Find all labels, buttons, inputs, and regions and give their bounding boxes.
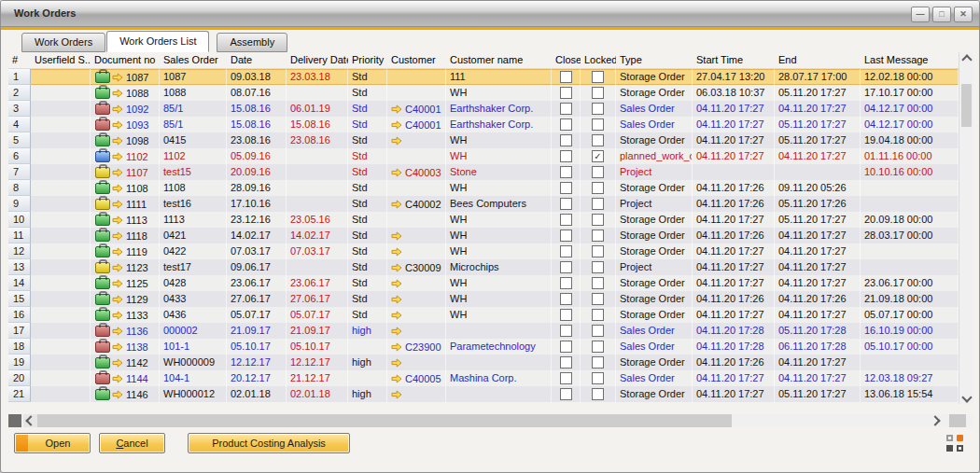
row-number[interactable]: 2 (8, 85, 31, 101)
row-number[interactable]: 10 (8, 212, 31, 228)
closed-checkbox[interactable] (560, 293, 572, 305)
link-arrow-icon[interactable] (112, 104, 123, 114)
link-arrow-icon[interactable] (391, 231, 402, 241)
closed-checkbox[interactable] (560, 198, 572, 210)
row-number[interactable]: 16 (8, 307, 31, 323)
link-arrow-icon[interactable] (391, 168, 402, 177)
work-order-row[interactable]: 111118042114.02.1714.02.17StdWHStorage O… (8, 228, 973, 243)
titlebar[interactable]: Work Orders — □ ✕ (1, 1, 979, 27)
closed-checkbox[interactable] (560, 214, 572, 226)
column-header-locked[interactable]: Locked (581, 52, 616, 68)
column-header-start-time[interactable]: Start Time (693, 52, 775, 68)
work-order-row[interactable]: 201144104-120.12.1721.12.17C40005Mashina… (8, 370, 973, 386)
link-arrow-icon[interactable] (391, 311, 402, 320)
vertical-scrollbar-thumb[interactable] (961, 84, 972, 127)
link-arrow-icon[interactable] (391, 390, 402, 399)
scroll-down-button[interactable] (959, 390, 974, 404)
link-arrow-icon[interactable] (112, 216, 123, 225)
row-number[interactable]: 14 (8, 275, 31, 291)
link-arrow-icon[interactable] (112, 358, 123, 368)
link-arrow-icon[interactable] (112, 390, 123, 399)
tab-work-orders[interactable]: Work Orders (21, 33, 105, 52)
work-order-row[interactable]: 21088108808.07.16StdWHStorage Order06.03… (8, 85, 973, 101)
column-header-userfield-s-[interactable]: Userfield S... (31, 52, 91, 68)
locked-checkbox[interactable] (592, 87, 604, 99)
tab-work-orders-list[interactable]: Work Orders List (106, 31, 209, 52)
row-number[interactable]: 12 (8, 243, 31, 259)
row-number[interactable]: 5 (8, 132, 31, 148)
work-order-row[interactable]: 151129043327.06.1727.06.17StdWHStorage O… (8, 291, 973, 307)
row-number[interactable]: 21 (8, 386, 31, 402)
locked-checkbox[interactable] (592, 245, 604, 257)
column-header-customer[interactable]: Customer (387, 52, 446, 68)
closed-checkbox[interactable] (560, 150, 572, 162)
closed-checkbox[interactable] (560, 166, 572, 178)
work-order-row[interactable]: 161133043605.07.1705.07.17StdWHStorage O… (8, 307, 973, 323)
work-order-row[interactable]: 131123test1709.06.17StdC30009MicrochipsP… (8, 259, 973, 275)
locked-checkbox[interactable] (592, 372, 604, 384)
closed-checkbox[interactable] (560, 277, 572, 289)
link-arrow-icon[interactable] (391, 327, 402, 336)
locked-checkbox[interactable] (592, 230, 604, 242)
link-arrow-icon[interactable] (112, 73, 123, 82)
column-header-document-no[interactable]: Document no (91, 52, 160, 68)
column-header-delivery-date[interactable]: Delivery Date (287, 52, 348, 68)
work-order-row[interactable]: 141125042823.06.1723.06.17StdWHStorage O… (8, 275, 973, 291)
tab-assembly[interactable]: Assembly (217, 33, 287, 52)
locked-checkbox[interactable] (592, 325, 604, 337)
row-number[interactable]: 11 (8, 228, 31, 243)
column-header-end[interactable]: End (775, 52, 861, 68)
work-order-row[interactable]: 61102110205.09.16StdWH✓planned_work_orde… (8, 148, 973, 164)
work-order-row[interactable]: 11087108709.03.1823.03.18Std111Storage O… (8, 69, 973, 85)
row-number[interactable]: 20 (8, 370, 31, 386)
work-order-row[interactable]: 91111test1617.10.16StdC40002Bees Compute… (8, 196, 973, 212)
close-button[interactable]: ✕ (954, 7, 973, 22)
link-arrow-icon[interactable] (112, 279, 123, 288)
locked-checkbox[interactable]: ✓ (592, 150, 604, 162)
row-number[interactable]: 6 (8, 148, 31, 164)
row-number[interactable]: 13 (8, 259, 31, 275)
column-header-closed[interactable]: Closed (552, 52, 581, 68)
work-order-row[interactable]: 181138101-105.10.1705.10.17C23900Paramet… (8, 339, 973, 355)
locked-checkbox[interactable] (592, 341, 604, 353)
column-header-priority[interactable]: Priority (348, 52, 387, 68)
work-order-row[interactable]: 71107test1520.09.16StdC40003StoneProject… (8, 164, 973, 180)
link-arrow-icon[interactable] (391, 200, 402, 209)
link-arrow-icon[interactable] (112, 263, 123, 272)
locked-checkbox[interactable] (592, 356, 604, 369)
work-order-row[interactable]: 121119042207.03.1707.03.17StdWHStorage O… (8, 243, 973, 259)
column-header-sales-order[interactable]: Sales Order (160, 52, 227, 68)
horizontal-scrollbar-thumb[interactable] (37, 414, 732, 427)
locked-checkbox[interactable] (592, 134, 604, 146)
cancel-button[interactable]: Cancel (99, 433, 165, 453)
closed-checkbox[interactable] (560, 261, 572, 273)
link-arrow-icon[interactable] (391, 342, 402, 352)
row-number[interactable]: 17 (8, 323, 31, 339)
closed-checkbox[interactable] (560, 245, 572, 257)
scroll-left-button[interactable] (23, 414, 37, 427)
closed-checkbox[interactable] (560, 309, 572, 321)
work-order-row[interactable]: 101113111323.12.1623.05.16StdWHStorage O… (8, 212, 973, 228)
column-header--[interactable]: # (8, 52, 31, 68)
link-arrow-icon[interactable] (391, 263, 402, 272)
closed-checkbox[interactable] (560, 356, 572, 369)
column-header-date[interactable]: Date (227, 52, 287, 68)
locked-checkbox[interactable] (592, 293, 604, 305)
link-arrow-icon[interactable] (391, 374, 402, 383)
row-number[interactable]: 8 (8, 180, 31, 196)
link-arrow-icon[interactable] (112, 89, 123, 98)
link-arrow-icon[interactable] (391, 358, 402, 368)
link-arrow-icon[interactable] (391, 136, 402, 146)
split-box[interactable] (8, 414, 21, 427)
closed-checkbox[interactable] (560, 372, 572, 384)
minimize-button[interactable]: — (911, 7, 930, 22)
closed-checkbox[interactable] (560, 182, 572, 194)
link-arrow-icon[interactable] (112, 374, 123, 383)
link-arrow-icon[interactable] (112, 168, 123, 177)
closed-checkbox[interactable] (560, 230, 572, 242)
row-number[interactable]: 15 (8, 291, 31, 307)
horizontal-scrollbar[interactable] (8, 414, 973, 427)
link-arrow-icon[interactable] (112, 342, 123, 352)
row-number[interactable]: 18 (8, 339, 31, 355)
locked-checkbox[interactable] (592, 103, 604, 115)
